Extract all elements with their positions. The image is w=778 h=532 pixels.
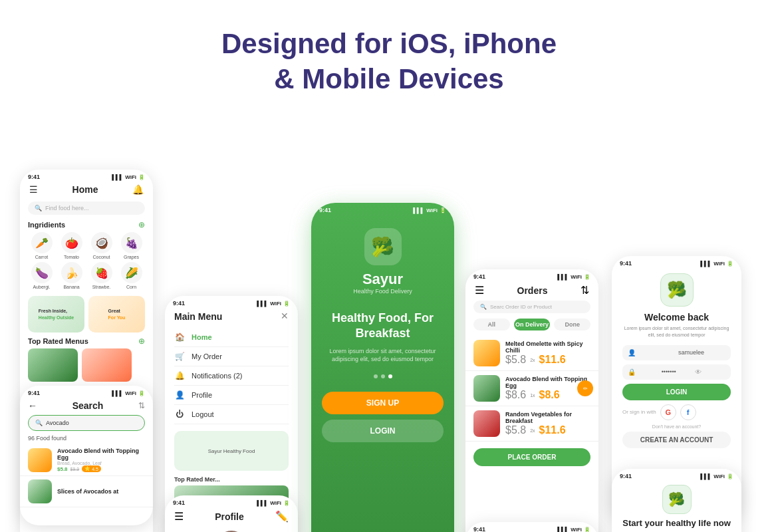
phone-main: 9:41 ▌▌▌WiFi🔋 🥦 Sayur Healthy Food Deliv… xyxy=(311,203,454,532)
found-img-1 xyxy=(28,448,52,472)
ingredient-tomato[interactable]: 🍅 Tomato xyxy=(58,232,85,259)
ingredient-banana[interactable]: 🍌 Banana xyxy=(58,262,85,289)
ingredients-arrow[interactable]: ⊕ xyxy=(138,220,145,229)
rating-badge: ⭐ 4.5 xyxy=(82,466,101,472)
home-icon: 🏠 xyxy=(174,332,185,342)
search-icon-orders: 🔍 xyxy=(480,304,487,310)
home-nav: ☰ Home 🔔 xyxy=(20,182,153,199)
orders-filter-icon[interactable]: ⇅ xyxy=(581,284,589,297)
google-button[interactable]: G xyxy=(660,404,676,420)
orders-tabs: All On Delivery Done xyxy=(465,319,598,336)
login-submit-button[interactable]: LOGIN xyxy=(622,384,731,400)
header: Designed for iOS, iPhone & Mobile Device… xyxy=(0,0,778,116)
status-bar-home: 9:41 ▌▌▌ WiFi 🔋 xyxy=(20,170,153,182)
dot-3-active xyxy=(388,374,392,378)
phone-search: 9:41 ▌▌▌WiFi🔋 ← Search ⇅ 🔍 Avocado 96 Fo… xyxy=(20,386,153,525)
healthy-logo: 🥦 xyxy=(662,485,692,514)
status-bar-login: 9:41 ▌▌▌WiFi🔋 xyxy=(612,256,741,268)
found-count: 96 Food found xyxy=(20,435,153,444)
main-content: 🥦 Sayur Healthy Food Delivery Healthy Fo… xyxy=(311,215,454,442)
top-rated-cards xyxy=(20,348,153,382)
menu-items: 🏠 Home 🛒 My Order 🔔 Notifications (2) 👤 … xyxy=(165,328,298,424)
ingredient-grapes[interactable]: 🍇 Grapes xyxy=(118,232,145,259)
menu-item-logout[interactable]: ⏻ Logout xyxy=(174,405,289,424)
phones-showcase: 9:41 ▌▌▌ WiFi 🔋 ☰ Home 🔔 🔍 Find food her… xyxy=(0,116,778,532)
signup-button[interactable]: SIGN UP xyxy=(322,392,444,414)
phone-profile: 9:41 ▌▌▌WiFi🔋 ☰ Profile ✏️ xyxy=(165,495,298,532)
found-item-2[interactable]: Slices of Avocados at xyxy=(20,476,153,507)
search-icon: 🔍 xyxy=(35,205,42,211)
found-item-1[interactable]: Avocado Blend with Topping Egg Bread, Av… xyxy=(20,444,153,476)
order-img-3 xyxy=(473,410,500,437)
order-item-2[interactable]: Avocado Blend with Topping Egg $8.6 1x $… xyxy=(465,371,598,406)
banner-row: Fresh Inside,Healthy Outside GreatFor Yo… xyxy=(20,293,153,336)
rated-img-2 xyxy=(82,348,132,382)
username-input[interactable]: 👤 samuelee xyxy=(622,345,731,360)
app-logo: 🥦 xyxy=(364,228,402,265)
status-bar-search: 9:41 ▌▌▌WiFi🔋 xyxy=(20,386,153,398)
orders-header: ☰ Orders ⇅ xyxy=(465,281,598,301)
ingredient-strawberry[interactable]: 🍓 Strawbe. xyxy=(88,262,115,289)
ingredient-coconut[interactable]: 🥥 Coconut xyxy=(88,232,115,259)
search-input-bar[interactable]: 🔍 Avocado xyxy=(28,415,145,431)
profile-header: ☰ Profile ✏️ xyxy=(165,507,298,527)
phone-healthy: 9:41 ▌▌▌WiFi🔋 🥦 Start your healthy life … xyxy=(612,469,741,532)
password-input[interactable]: 🔒 ••••••• 👁 xyxy=(622,364,731,380)
social-icons: G f xyxy=(660,404,696,420)
status-bar-menu: 9:41 ▌▌▌WiFi🔋 xyxy=(165,296,298,308)
user-icon: 👤 xyxy=(628,349,675,356)
orders-hamburger-icon[interactable]: ☰ xyxy=(475,284,484,297)
tab-on-delivery[interactable]: On Delivery xyxy=(514,319,551,331)
close-icon[interactable]: ✕ xyxy=(281,311,289,321)
home-search[interactable]: 🔍 Find food here... xyxy=(28,201,145,215)
menu-item-myorder[interactable]: 🛒 My Order xyxy=(174,347,289,366)
found-img-2 xyxy=(28,479,52,503)
menu-item-profile[interactable]: 👤 Profile xyxy=(174,386,289,405)
edit-order-icon[interactable]: ✏ xyxy=(577,380,593,396)
login-button[interactable]: LOGIN xyxy=(322,420,444,442)
order-item-3[interactable]: Random Vegetables for Breakfast $5.8 2x … xyxy=(465,406,598,442)
banner-great[interactable]: GreatFor You xyxy=(88,296,145,332)
ingredient-corn[interactable]: 🌽 Corn xyxy=(118,262,145,289)
page-title: Designed for iOS, iPhone & Mobile Device… xyxy=(13,27,765,96)
healthy-content: 🥦 Start your healthy life now Lorem ipsu… xyxy=(612,481,741,532)
tab-all[interactable]: All xyxy=(473,319,510,331)
order-item-1[interactable]: Melted Omelette with Spicy Chilli $5.8 2… xyxy=(465,336,598,371)
facebook-button[interactable]: f xyxy=(680,404,696,420)
tab-done[interactable]: Done xyxy=(554,319,590,331)
bell-icon[interactable]: 🔔 xyxy=(132,184,144,195)
menu-thumbnail: Sayur Healthy Food xyxy=(174,431,289,471)
dot-1 xyxy=(374,374,378,378)
banner-fresh[interactable]: Fresh Inside,Healthy Outside xyxy=(28,296,84,332)
logout-icon: ⏻ xyxy=(174,410,185,419)
top-rated-arrow[interactable]: ⊕ xyxy=(138,336,145,346)
orders-search[interactable]: 🔍 Searc Order ID or Product xyxy=(473,301,590,313)
notification-icon: 🔔 xyxy=(174,371,185,380)
hamburger-icon[interactable]: ☰ xyxy=(29,184,38,195)
menu-item-notifications[interactable]: 🔔 Notifications (2) xyxy=(174,366,289,386)
ingredient-carrot[interactable]: 🥕 Carrot xyxy=(28,232,55,259)
search-icon-small: 🔍 xyxy=(35,420,43,426)
cart-icon: 🛒 xyxy=(174,352,185,361)
create-account-button[interactable]: CREATE AN ACCOUNT xyxy=(622,432,731,448)
edit-profile-icon[interactable]: ✏️ xyxy=(275,510,289,523)
dont-have-account-text: Don't have an account? xyxy=(652,424,701,429)
carousel-dots xyxy=(374,374,392,378)
hamburger-profile-icon[interactable]: ☰ xyxy=(174,510,184,523)
phone-orders: 9:41 ▌▌▌WiFi🔋 ☰ Orders ⇅ 🔍 Searc Order I… xyxy=(465,269,598,532)
back-icon[interactable]: ← xyxy=(28,400,37,411)
phone-details: 9:41 ▌▌▌WiFi🔋 ← Details ⋯ 🗺️ xyxy=(465,522,598,532)
place-order-button[interactable]: PLACE ORDER xyxy=(473,448,590,466)
login-content: 🥦 Welcome back Lorem ipsum dolor sit ame… xyxy=(612,268,741,448)
profile-icon: 👤 xyxy=(174,390,185,400)
login-logo: 🥦 xyxy=(660,273,694,307)
menu-header: Main Menu ✕ xyxy=(165,308,298,328)
status-bar-profile: 9:41 ▌▌▌WiFi🔋 xyxy=(165,495,298,507)
menu-item-home[interactable]: 🏠 Home xyxy=(174,328,289,347)
filter-icon[interactable]: ⇅ xyxy=(138,401,145,410)
search-nav: ← Search ⇅ xyxy=(20,398,153,415)
dot-2 xyxy=(381,374,385,378)
rated-img-1 xyxy=(28,348,78,382)
ingredient-aubergine[interactable]: 🍆 Aubergi. xyxy=(28,262,55,289)
eye-icon[interactable]: 👁 xyxy=(695,368,725,376)
